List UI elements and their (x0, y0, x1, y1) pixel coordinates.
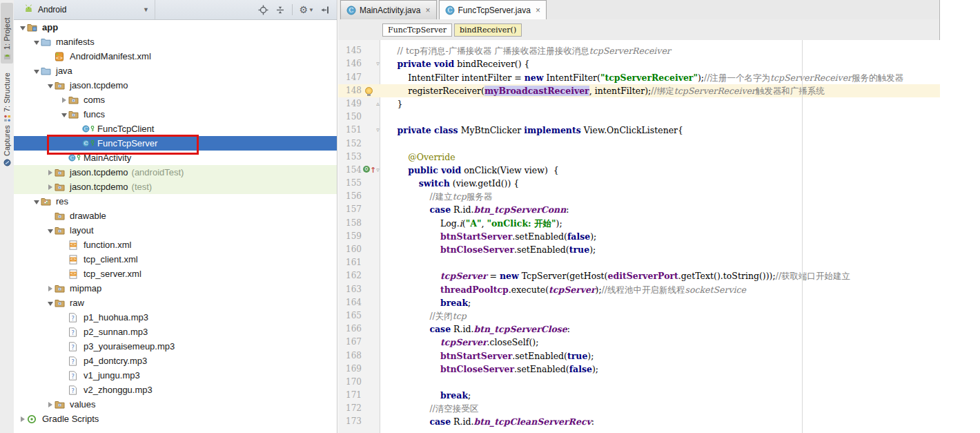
code-line-152[interactable]: 152 (338, 137, 940, 151)
tree-item-coms[interactable]: coms (14, 93, 337, 107)
fold-open-icon[interactable]: ▿ (376, 126, 380, 133)
chevron-collapsed-icon[interactable] (46, 283, 55, 294)
tree-item-app[interactable]: app (14, 20, 337, 35)
tree-item-v1-jungu-mp3[interactable]: ?v1_jungu.mp3 (14, 368, 337, 383)
code-line-146[interactable]: 146▿private void bindReceiver() { (338, 57, 940, 70)
code-line-170[interactable]: 170 (338, 376, 940, 389)
tree-item-functcpclient[interactable]: CFuncTcpClient (14, 122, 337, 136)
tree-item-v2-zhonggu-mp3[interactable]: ?v2_zhonggu.mp3 (14, 383, 337, 397)
tree-item-tcp-server-xml[interactable]: <>tcp_server.xml (14, 267, 337, 281)
code-line-153[interactable]: 153@Override (338, 151, 940, 164)
code-line-150[interactable]: 150 (338, 110, 940, 124)
code-line-147[interactable]: 147IntentFilter intentFilter = new Inten… (338, 71, 940, 84)
stripe-tab-project[interactable]: 1: Project (1, 3, 13, 64)
code-line-155[interactable]: 155switch (view.getId()) { (338, 177, 940, 190)
tree-item-mainactivity[interactable]: CMainActivity (14, 151, 337, 165)
code-line-148[interactable]: 148registerReceiver(myBroadcastReceiver,… (338, 84, 940, 97)
project-view-selector[interactable]: Android ▼ (14, 0, 155, 19)
line-number: 172 (338, 402, 364, 415)
tree-item-p1-huohua-mp3[interactable]: ?p1_huohua.mp3 (14, 310, 337, 325)
fold-close-icon[interactable]: ▵ (376, 100, 380, 107)
tree-item-manifests[interactable]: manifests (14, 35, 337, 49)
code-line-172[interactable]: 172//清空接受区 (338, 402, 940, 415)
code-line-159[interactable]: 159btnStartServer.setEnabled(false); (338, 230, 940, 243)
chevron-collapsed-icon[interactable] (18, 414, 27, 424)
tree-item-drawable[interactable]: drawable (14, 209, 337, 223)
breadcrumb-functcpserver[interactable]: FuncTcpServer (382, 23, 452, 37)
code-line-166[interactable]: 166case R.id.btn_tcpServerClose: (338, 323, 940, 336)
editor-tab-functcpserver-java[interactable]: CFuncTcpServer.java× (439, 0, 547, 19)
code-line-163[interactable]: 163threadPooltcp.execute(tcpServer);//线程… (338, 283, 940, 296)
tree-item-label: MainActivity (82, 153, 131, 163)
code-line-160[interactable]: 160btnCloseServer.setEnabled(true); (338, 243, 940, 256)
stripe-tab-structure[interactable]: 7: Structure (1, 66, 13, 126)
collapse-all-icon[interactable] (275, 5, 285, 15)
code-line-169[interactable]: 169btnCloseServer.setEnabled(false); (338, 363, 940, 376)
locate-icon[interactable] (258, 5, 268, 15)
chevron-collapsed-icon[interactable] (46, 167, 55, 177)
chevron-collapsed-icon[interactable] (46, 399, 55, 410)
hide-panel-icon[interactable] (321, 6, 330, 15)
tree-item-p4-dontcry-mp3[interactable]: ?p4_dontcry.mp3 (14, 354, 337, 368)
editor-tab-mainactivity-java[interactable]: CMainActivity.java× (340, 0, 437, 19)
lightbulb-icon[interactable] (365, 87, 373, 95)
tree-item-raw[interactable]: raw (14, 296, 337, 310)
tree-item-res[interactable]: res (14, 194, 337, 209)
code-line-149[interactable]: 149▵} (338, 97, 940, 110)
code-line-161[interactable]: 161 (338, 256, 940, 269)
code-line-154[interactable]: 154o↑▿public void onClick(View view) { (338, 164, 940, 177)
override-method-icon[interactable]: o (363, 166, 370, 173)
chevron-expanded-icon[interactable] (18, 22, 27, 32)
xml-file-icon: <> (68, 255, 82, 264)
chevron-expanded-icon[interactable] (46, 225, 55, 235)
tree-item-values[interactable]: values (14, 397, 337, 412)
code-line-173[interactable]: 173case R.id.btn_tcpCleanServerRecv: (338, 415, 940, 428)
chevron-collapsed-icon[interactable] (59, 95, 68, 105)
chevron-expanded-icon[interactable] (46, 298, 55, 308)
tree-item-androidmanifest-xml[interactable]: <>AndroidManifest.xml (14, 49, 337, 64)
tree-item-layout[interactable]: layout (14, 223, 337, 238)
tree-item-jason-tcpdemo[interactable]: jason.tcpdemo(androidTest) (14, 165, 337, 180)
tree-item-p2-sunnan-mp3[interactable]: ?p2_sunnan.mp3 (14, 325, 337, 339)
tree-item-funcs[interactable]: funcs (14, 107, 337, 122)
code-editor[interactable]: 144145// tcp有消息-广播接收器 广播接收器注册接收消息tcpServ… (338, 40, 940, 433)
chevron-expanded-icon[interactable] (32, 37, 41, 47)
tree-item-mipmap[interactable]: mipmap (14, 281, 337, 296)
settings-gear-icon[interactable]: ⚙▼ (300, 4, 314, 15)
project-tree[interactable]: appmanifests<>AndroidManifest.xmljavajas… (14, 20, 337, 433)
tree-item-function-xml[interactable]: <>function.xml (14, 238, 337, 252)
code-line-165[interactable]: 165//关闭tcp (338, 309, 940, 323)
code-text: // tcp有消息-广播接收器 广播接收器注册接收消息tcpServerRece… (382, 44, 940, 57)
tree-item-gradle-scripts[interactable]: Gradle Scripts (14, 412, 337, 426)
tree-item-tcp-client-xml[interactable]: <>tcp_client.xml (14, 252, 337, 267)
code-line-167[interactable]: 167tcpServer.closeSelf(); (338, 336, 940, 349)
stripe-tab-captures[interactable]: Captures (1, 120, 13, 170)
tree-item-functcpserver[interactable]: CFuncTcpServer (14, 136, 337, 151)
svg-text:?: ? (71, 329, 74, 336)
code-line-171[interactable]: 171break; (338, 389, 940, 402)
fold-open-icon[interactable]: ▿ (376, 166, 380, 173)
chevron-collapsed-icon[interactable] (46, 182, 55, 192)
fold-cell (373, 363, 382, 376)
close-icon[interactable]: × (536, 6, 540, 15)
tree-item-java[interactable]: java (14, 64, 337, 78)
code-line-158[interactable]: 158Log.i("A", "onClick: 开始"); (338, 217, 940, 230)
breadcrumb-bindreceiver-[interactable]: bindReceiver() (454, 23, 522, 37)
chevron-expanded-icon[interactable] (59, 109, 68, 119)
code-line-157[interactable]: 157case R.id.btn_tcpServerConn: (338, 203, 940, 216)
code-line-164[interactable]: 164break; (338, 296, 940, 309)
code-line-162[interactable]: 162tcpServer = new TcpServer(getHost(edi… (338, 269, 940, 282)
code-line-151[interactable]: 151▿private class MyBtnClicker implement… (338, 124, 940, 137)
code-line-145[interactable]: 145// tcp有消息-广播接收器 广播接收器注册接收消息tcpServerR… (338, 44, 940, 57)
fold-open-icon[interactable]: ▿ (376, 60, 380, 67)
chevron-expanded-icon[interactable] (32, 196, 41, 206)
chevron-expanded-icon[interactable] (32, 66, 41, 76)
tree-item-jason-tcpdemo[interactable]: jason.tcpdemo (14, 78, 337, 93)
chevron-expanded-icon[interactable] (46, 80, 55, 90)
fold-cell (373, 415, 382, 428)
tree-item-p3-youraisemeup-mp3[interactable]: ?p3_youraisemeup.mp3 (14, 339, 337, 354)
close-icon[interactable]: × (425, 6, 430, 15)
code-line-156[interactable]: 156//建立tcp服务器 (338, 190, 940, 203)
code-line-168[interactable]: 168btnStartServer.setEnabled(true); (338, 349, 940, 363)
tree-item-jason-tcpdemo[interactable]: jason.tcpdemo(test) (14, 180, 337, 194)
